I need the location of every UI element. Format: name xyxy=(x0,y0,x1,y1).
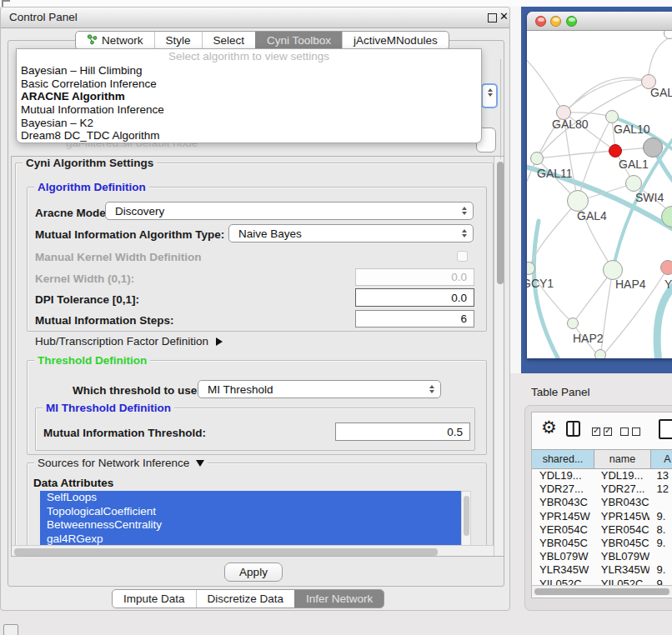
table-row[interactable]: YBR045CYBR045C9. xyxy=(532,537,672,550)
table-row[interactable]: YDL19...YDL19...13 xyxy=(532,469,672,482)
table-row[interactable]: YBR043CYBR043C xyxy=(532,496,672,509)
chevron-right-icon xyxy=(216,338,223,346)
tab-network[interactable]: Network xyxy=(76,32,154,49)
threshold-definition-title: Threshold Definition xyxy=(34,354,150,367)
table-cell: YBR043C xyxy=(532,496,594,509)
tab-cyni-toolbox[interactable]: Cyni Toolbox xyxy=(255,32,342,49)
inference-algorithm-combo-fragment[interactable] xyxy=(481,83,498,108)
minimize-window-icon[interactable] xyxy=(550,16,561,27)
tab-infer-network[interactable]: Infer Network xyxy=(294,590,384,608)
tab-label: Cyni Toolbox xyxy=(267,34,331,47)
network-window-titlebar[interactable] xyxy=(527,12,672,31)
algorithm-dropdown-popup: Select algorithm to view settings Bayesi… xyxy=(16,48,482,143)
top-background-strip xyxy=(0,0,672,7)
table-horizontal-scrollbar[interactable] xyxy=(532,585,672,596)
network-node[interactable] xyxy=(643,138,663,158)
kernel-width-field[interactable]: 0.0 xyxy=(355,268,474,286)
column-header-shared[interactable]: shared... xyxy=(532,450,594,468)
mi-threshold-field[interactable]: 0.5 xyxy=(335,422,470,441)
close-window-icon[interactable] xyxy=(535,16,546,27)
table-row[interactable]: YPR145WYPR145W9. xyxy=(532,510,672,523)
dropdown-item-mutual-information-inference[interactable]: Mutual Information Inference xyxy=(17,103,481,117)
network-node-gal1[interactable] xyxy=(625,175,642,192)
float-panel-icon[interactable] xyxy=(488,13,497,22)
table-row[interactable]: YBL079WYBL079W xyxy=(532,550,672,563)
apply-button[interactable]: Apply xyxy=(224,562,283,582)
network-window[interactable]: GALGAL80GAL10GAL1GAL11GAL4SWI4GCY1HAP4YH… xyxy=(527,12,672,358)
table-cell: 9. xyxy=(649,563,672,577)
settings-horizontal-scrollbar-thumb[interactable] xyxy=(14,548,438,556)
tab-impute-data[interactable]: Impute Data xyxy=(113,590,196,608)
gear-icon[interactable]: ⚙ xyxy=(541,418,557,438)
manual-kernel-checkbox[interactable] xyxy=(457,251,468,262)
select-all-checks-icon[interactable] xyxy=(592,424,615,439)
columns-icon[interactable] xyxy=(566,421,580,437)
attributes-scrollbar[interactable] xyxy=(461,491,471,546)
table-cell: 12 xyxy=(649,482,672,496)
data-attributes-label: Data Attributes xyxy=(33,477,113,489)
tab-select[interactable]: Select xyxy=(202,32,256,49)
zoom-window-icon[interactable] xyxy=(566,16,577,27)
tab-label: Network xyxy=(102,34,143,47)
tab-jactivemnodules[interactable]: jActiveMNodules xyxy=(342,32,449,49)
column-header-name[interactable]: name xyxy=(594,450,651,468)
table-cell: YLR345W xyxy=(532,563,594,577)
network-node[interactable] xyxy=(609,144,622,158)
network-node-gal11[interactable] xyxy=(530,152,544,165)
close-icon[interactable]: ✕ xyxy=(499,10,509,22)
attribute-item-topologicalcoefficient[interactable]: TopologicalCoefficient xyxy=(40,505,461,519)
table-row[interactable]: YLR345WYLR345W9. xyxy=(532,563,672,577)
dropdown-item-aracne-algorithm[interactable]: ARACNE Algorithm xyxy=(17,90,481,103)
node-label-gal4: GAL4 xyxy=(577,209,607,222)
settings-vertical-scrollbar-thumb[interactable] xyxy=(497,162,504,284)
attribute-item-betweennesscentrality[interactable]: BetweennessCentrality xyxy=(40,518,461,532)
tab-label: Infer Network xyxy=(306,592,373,605)
combo-spinner-icon xyxy=(462,229,467,238)
network-node[interactable] xyxy=(594,349,606,358)
aracne-mode-combo[interactable]: Discovery xyxy=(105,202,474,220)
table-panel-title: Table Panel xyxy=(531,386,590,398)
tab-style[interactable]: Style xyxy=(154,32,202,49)
mi-steps-label: Mutual Information Steps: xyxy=(35,314,174,327)
table-row[interactable]: YDR27...YDR27...12 xyxy=(532,482,672,496)
dropdown-item-dream8-dc-tdc-algorithm[interactable]: Dream8 DC_TDC Algorithm xyxy=(17,129,481,142)
dropdown-item-bayesian-k2[interactable]: Bayesian – K2 xyxy=(17,117,481,130)
network-node-hap2[interactable] xyxy=(567,318,579,329)
table-cell xyxy=(649,550,672,563)
minimized-panel-icon[interactable] xyxy=(3,624,18,635)
table-cell: YDR27... xyxy=(594,482,649,496)
table-cell: YPR145W xyxy=(594,510,649,523)
table-row[interactable]: YER054CYER054C8. xyxy=(532,523,672,537)
dropdown-item-basic-correlation-inference[interactable]: Basic Correlation Inference xyxy=(17,78,481,91)
mi-steps-field[interactable]: 6 xyxy=(355,310,474,328)
which-threshold-combo[interactable]: MI Threshold xyxy=(198,380,441,398)
dpi-tolerance-field[interactable]: 0.0 xyxy=(355,288,474,307)
network-node-y[interactable] xyxy=(660,260,672,275)
deselect-all-checks-icon[interactable] xyxy=(620,424,644,439)
combo-spinner-icon xyxy=(462,207,467,215)
table-cell: YDL19... xyxy=(594,469,649,482)
settings-horizontal-scrollbar[interactable] xyxy=(12,545,494,557)
mi-type-combo[interactable]: Naive Bayes xyxy=(228,224,474,242)
new-table-icon[interactable] xyxy=(659,419,672,439)
table-horizontal-scrollbar-thumb[interactable] xyxy=(534,588,669,595)
node-label-gal11: GAL11 xyxy=(537,167,573,180)
network-node-gal10[interactable] xyxy=(605,110,619,123)
mi-type-value: Naive Bayes xyxy=(229,228,462,240)
table-cell: YER054C xyxy=(532,523,594,537)
table-row[interactable]: YIL052CYIL052C9. xyxy=(532,578,672,586)
network-canvas[interactable]: GALGAL80GAL10GAL1GAL11GAL4SWI4GCY1HAP4YH… xyxy=(527,31,672,358)
sources-expander[interactable]: Sources for Network Inference xyxy=(34,457,208,469)
table-cell: YBL079W xyxy=(594,550,649,563)
column-header-a[interactable]: A xyxy=(651,450,672,468)
tab-discretize-data[interactable]: Discretize Data xyxy=(196,590,295,608)
sources-title: Sources for Network Inference xyxy=(38,457,189,469)
hub-expander[interactable]: Hub/Transcription Factor Definition xyxy=(35,335,223,348)
attribute-item-selfloops[interactable]: SelfLoops xyxy=(40,491,461,505)
attributes-scrollbar-thumb[interactable] xyxy=(464,496,469,536)
attribute-item-gal4rgexp[interactable]: gal4RGexp xyxy=(40,532,461,547)
dropdown-prompt: Select algorithm to view settings xyxy=(17,49,481,64)
settings-vertical-scrollbar[interactable] xyxy=(494,157,504,556)
dropdown-item-bayesian-hill-climbing[interactable]: Bayesian – Hill Climbing xyxy=(17,64,481,78)
table-cell: YDL19... xyxy=(532,469,594,482)
